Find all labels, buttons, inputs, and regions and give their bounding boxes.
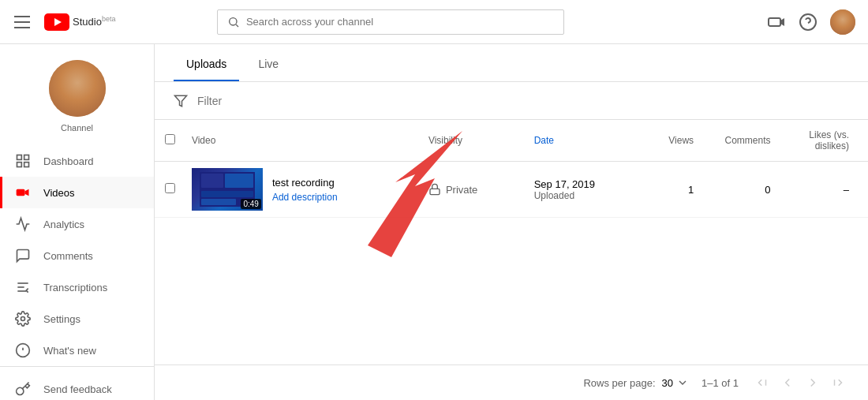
sidebar-item-comments[interactable]: Comments [0,240,154,271]
row-checkbox-cell [155,162,185,218]
dashboard-icon [15,153,31,169]
svg-rect-12 [17,189,25,196]
video-add-description[interactable]: Add description [272,192,338,203]
video-duration: 0:49 [241,199,260,209]
tab-uploads[interactable]: Uploads [174,48,239,81]
videos-label: Videos [43,187,75,199]
content-wrapper: Uploads Live Vid [155,44,868,400]
svg-marker-23 [175,95,187,107]
create-video-icon[interactable] [767,13,786,32]
header-right [767,9,855,35]
date-column-header[interactable]: Date [528,120,640,162]
sidebar-avatar[interactable] [49,60,106,117]
prev-page-button[interactable] [776,372,799,394]
video-info: test recording Add description [272,177,338,203]
filter-row [155,82,868,120]
help-icon[interactable] [799,13,817,32]
rows-per-page-label: Rows per page: [583,377,655,389]
svg-rect-28 [201,199,236,205]
svg-rect-25 [201,174,223,188]
select-all-header [155,120,185,162]
svg-rect-4 [769,18,780,26]
video-cell-content: 0:49 test recording Add description [192,168,416,211]
sidebar-item-videos[interactable]: Videos [0,177,154,208]
sidebar-item-send-feedback[interactable]: Send feedback [0,373,154,400]
date-info: Sep 17, 2019 Uploaded [534,178,634,201]
transcriptions-label: Transcriptions [43,282,107,293]
search-icon [227,16,240,28]
videos-icon [15,185,31,200]
search-input[interactable] [246,16,554,28]
sidebar-avatar-image [49,60,106,117]
youtube-logo-icon [44,13,69,31]
svg-point-2 [230,17,237,24]
filter-input[interactable] [197,95,335,107]
rows-per-page: Rows per page: 30 [583,376,689,389]
svg-rect-10 [24,163,29,167]
date-cell: Sep 17, 2019 Uploaded [528,162,640,218]
table-wrap: Video Visibility Date Views Comments Lik… [155,120,868,364]
menu-icon[interactable] [13,13,32,32]
videos-table: Video Visibility Date Views Comments Lik… [155,120,868,218]
select-all-checkbox[interactable] [165,134,175,144]
svg-rect-8 [17,155,22,160]
tabs: Uploads Live [155,44,868,82]
sidebar-footer: Send feedback Creator Studio Classic [0,366,154,400]
visibility-column-header: Visibility [422,120,528,162]
video-title[interactable]: test recording [272,177,338,189]
first-page-button[interactable] [751,372,773,394]
likes-column-header: Likes (vs. dislikes) [776,120,868,162]
svg-line-3 [236,24,238,27]
visibility-label: Private [446,184,477,196]
row-checkbox[interactable] [165,183,175,193]
search-bar[interactable] [217,9,564,35]
avatar[interactable] [830,9,855,35]
header: Studiobeta [0,0,868,44]
first-page-icon [755,376,769,390]
logo[interactable]: Studiobeta [44,13,115,31]
rows-per-page-select[interactable]: 30 [662,376,689,389]
pagination: Rows per page: 30 1–1 of 1 [155,364,868,400]
comments-column-header: Comments [700,120,776,162]
page-info: 1–1 of 1 [702,377,739,389]
comments-label: Comments [43,250,93,262]
video-column-header: Video [185,120,422,162]
sidebar-item-transcriptions[interactable]: Transcriptions [0,271,154,303]
sidebar-item-whats-new[interactable]: What's new [0,335,154,366]
svg-rect-27 [201,191,253,197]
date-sub-label: Uploaded [534,190,634,201]
page-nav [751,372,849,394]
video-thumbnail[interactable]: 0:49 [192,168,263,211]
settings-label: Settings [43,313,80,325]
svg-marker-13 [25,189,29,196]
sidebar-item-dashboard[interactable]: Dashboard [0,145,154,177]
analytics-icon [15,216,31,232]
comments-icon [15,248,31,264]
avatar-image [830,9,855,35]
sidebar-item-settings[interactable]: Settings [0,303,154,335]
tab-live[interactable]: Live [245,48,291,81]
prev-page-icon [780,376,795,390]
filter-icon [174,94,188,108]
table-header-row: Video Visibility Date Views Comments Lik… [155,120,868,162]
lock-icon [428,183,441,196]
comments-cell: 0 [700,162,776,218]
views-cell: 1 [639,162,700,218]
next-page-icon [806,376,820,390]
sidebar-item-analytics[interactable]: Analytics [0,208,154,240]
views-column-header: Views [639,120,700,162]
header-left: Studiobeta [13,13,115,32]
last-page-icon [831,376,845,390]
next-page-button[interactable] [802,372,824,394]
dashboard-label: Dashboard [43,155,94,167]
send-feedback-label: Send feedback [43,383,112,395]
send-feedback-icon [15,381,31,397]
svg-rect-26 [225,174,253,188]
last-page-button[interactable] [827,372,849,394]
studio-label: Studiobeta [73,15,115,28]
svg-rect-29 [430,189,440,194]
chevron-down-icon [676,376,689,389]
sidebar-avatar-section: Channel [0,44,154,145]
transcriptions-icon [15,279,31,295]
whats-new-label: What's new [43,345,96,357]
